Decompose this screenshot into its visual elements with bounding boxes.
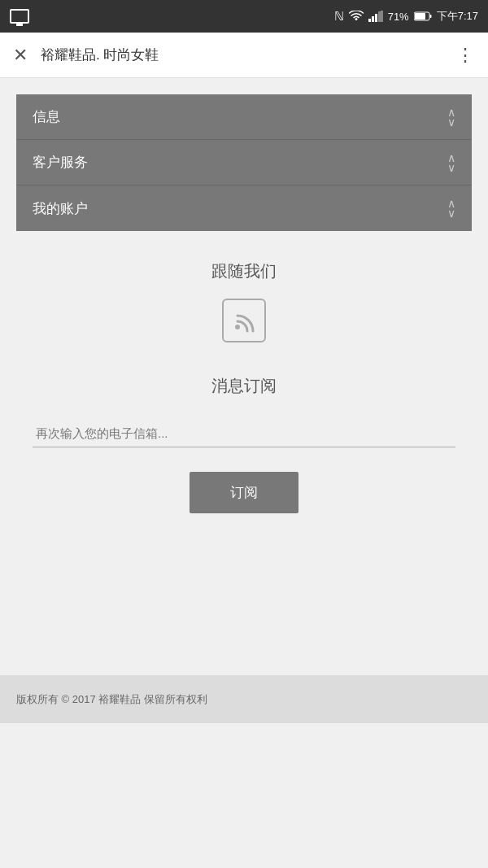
app-title: 裕耀鞋品. 时尚女鞋 [41, 46, 443, 64]
accordion-menu: 信息 客户服务 我的账户 [16, 94, 472, 231]
copyright-text: 版权所有 © 2017 裕耀鞋品 保留所有权利 [16, 693, 207, 705]
subscribe-button[interactable]: 订阅 [190, 472, 298, 513]
battery-icon [414, 11, 432, 21]
close-button[interactable]: ✕ [13, 45, 28, 66]
newsletter-title: 消息订阅 [33, 375, 455, 397]
accordion-item-account[interactable]: 我的账户 [16, 185, 472, 231]
status-bar: ℕ 71% 下午7:17 [0, 0, 488, 33]
accordion-label-account: 我的账户 [33, 199, 88, 218]
gray-bottom-space [0, 723, 488, 869]
footer: 版权所有 © 2017 裕耀鞋品 保留所有权利 [0, 675, 488, 723]
time-display: 下午7:17 [437, 9, 478, 24]
svg-point-8 [235, 325, 240, 329]
email-input[interactable] [33, 420, 455, 447]
app-bar: ✕ 裕耀鞋品. 时尚女鞋 ⋮ [0, 33, 488, 78]
signal-icon [368, 11, 383, 22]
expand-icon-service [447, 153, 455, 172]
bottom-spacer [0, 530, 488, 675]
rss-icon[interactable] [222, 299, 266, 342]
accordion-item-service[interactable]: 客户服务 [16, 140, 472, 185]
svg-rect-0 [368, 19, 371, 22]
battery-percent: 71% [388, 11, 409, 23]
svg-rect-6 [415, 13, 425, 20]
accordion-label-info: 信息 [33, 107, 60, 126]
svg-rect-2 [375, 14, 377, 22]
expand-icon-info [447, 107, 455, 127]
accordion-label-service: 客户服务 [33, 153, 88, 172]
accordion-item-info[interactable]: 信息 [16, 94, 472, 140]
main-content: 信息 客户服务 我的账户 跟随我们 消息订阅 订阅 [0, 78, 488, 868]
svg-rect-3 [378, 11, 381, 22]
follow-section: 跟随我们 [0, 231, 488, 359]
more-button[interactable]: ⋮ [456, 45, 475, 66]
svg-rect-1 [372, 16, 374, 22]
status-right: ℕ 71% 下午7:17 [334, 9, 478, 24]
wifi-icon [349, 11, 364, 22]
nfc-icon: ℕ [334, 9, 344, 24]
follow-title: 跟随我们 [16, 260, 472, 282]
expand-icon-account [447, 198, 455, 218]
status-left [10, 9, 29, 24]
newsletter-section: 消息订阅 订阅 [0, 359, 488, 530]
screen-icon [10, 9, 29, 24]
svg-rect-7 [429, 15, 431, 18]
rss-icon-wrapper[interactable] [222, 299, 266, 342]
svg-rect-4 [381, 11, 383, 22]
